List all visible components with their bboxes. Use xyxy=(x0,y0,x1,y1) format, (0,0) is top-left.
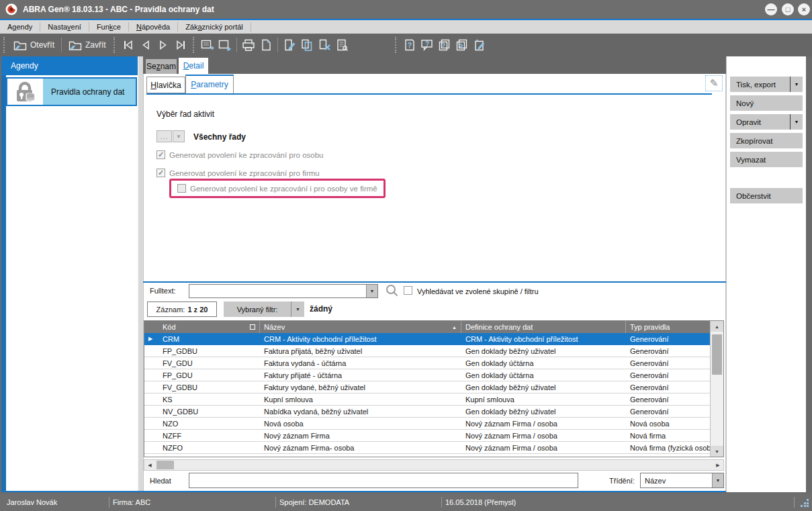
sidebar-item-pravidla-ochrany-dat[interactable]: Pravidla ochrany dat xyxy=(6,77,137,106)
series-picker-dropdown[interactable]: ▼ xyxy=(173,130,185,142)
svg-text:?: ? xyxy=(441,42,445,50)
checkbox-generate-company[interactable]: ✓ Generovat povolení ke zpracování pro f… xyxy=(156,169,320,177)
vertical-scrollbar[interactable]: ▲ ▼ xyxy=(710,321,723,457)
checkbox-checked-icon: ✓ xyxy=(156,150,165,159)
delete-record-button[interactable] xyxy=(316,36,333,54)
column-options-icon[interactable] xyxy=(250,324,255,330)
first-record-button[interactable] xyxy=(120,36,137,54)
related-help-button[interactable] xyxy=(453,36,471,54)
menu-nastaveni[interactable]: Nastavení xyxy=(40,20,89,34)
document-list-button[interactable] xyxy=(333,36,351,54)
toolbar-grip[interactable] xyxy=(3,37,6,53)
bottom-accent-line xyxy=(1,491,806,492)
opravit-button[interactable]: Opravit ▼ xyxy=(730,114,803,130)
scroll-up-icon[interactable]: ▲ xyxy=(711,321,723,332)
agenda-help-button[interactable]: ? xyxy=(436,36,453,54)
tisk-export-dropdown-icon[interactable]: ▼ xyxy=(790,77,803,92)
copy-record-button[interactable] xyxy=(298,36,316,54)
tab-hlavicka[interactable]: Hlavička xyxy=(146,77,185,93)
notes-button[interactable] xyxy=(471,36,488,54)
context-help-button[interactable]: ? xyxy=(418,36,436,54)
table-row[interactable]: FP_GDUFaktury přijaté - účtárnaGen dokla… xyxy=(144,369,710,381)
toolbar-grip[interactable] xyxy=(395,37,398,53)
horizontal-scrollbar[interactable]: ◀ ▶ xyxy=(144,459,724,471)
tab-seznam[interactable]: Seznam xyxy=(146,59,177,74)
fulltext-input[interactable] xyxy=(189,285,366,297)
detach-window-button[interactable] xyxy=(216,36,234,54)
vymazat-button[interactable]: Vymazat xyxy=(730,152,803,167)
next-record-button[interactable] xyxy=(154,36,172,54)
checkbox-label: Generovat povolení ke zpracování pro fir… xyxy=(169,169,320,177)
opravit-dropdown-icon[interactable]: ▼ xyxy=(790,114,803,130)
obcerstvit-button[interactable]: Občerstvit xyxy=(730,188,803,203)
selected-filter-dropdown-icon[interactable]: ▼ xyxy=(291,301,304,317)
toolbar-grip[interactable] xyxy=(114,37,116,53)
horizontal-scroll-thumb[interactable] xyxy=(156,461,174,469)
trideni-dropdown-icon[interactable]: ▼ xyxy=(712,473,723,487)
scroll-right-icon[interactable]: ▶ xyxy=(713,460,723,470)
print-button[interactable] xyxy=(240,36,257,54)
hledat-input[interactable] xyxy=(189,473,578,488)
checkbox-generate-person[interactable]: ✓ Generovat povolení ke zpracování pro o… xyxy=(156,150,324,159)
trideni-dropdown[interactable]: Název ▼ xyxy=(640,473,724,488)
column-header-nazev[interactable]: Název▲ xyxy=(260,321,461,333)
main-tabstrip xyxy=(143,56,726,74)
fulltext-dropdown-icon[interactable]: ▼ xyxy=(366,285,377,297)
resize-grip[interactable] xyxy=(801,499,809,507)
menu-napoveda[interactable]: Nápověda xyxy=(129,20,177,34)
scroll-down-icon[interactable]: ▼ xyxy=(711,446,723,457)
table-row[interactable]: ▶ CRMCRM - Aktivity obchodní příležitost… xyxy=(144,333,710,345)
tab-parametry[interactable]: Parametry xyxy=(185,75,234,93)
selected-filter-button[interactable]: Vybraný filtr: xyxy=(224,301,291,317)
search-in-group-checkbox[interactable] xyxy=(404,286,412,295)
column-header-kod[interactable]: Kód xyxy=(144,321,260,333)
status-separator xyxy=(794,497,795,508)
table-row[interactable]: FP_GDBUFaktura přijatá, běžný uživatelGe… xyxy=(144,345,710,357)
maximize-button[interactable]: □ xyxy=(782,3,794,15)
table-row[interactable]: NZFONový záznam Firma- osobaNový záznam … xyxy=(144,442,710,454)
close-button[interactable]: × xyxy=(798,3,810,15)
help-button[interactable]: ? xyxy=(401,36,418,54)
blank-document-button[interactable] xyxy=(257,36,275,54)
table-row[interactable]: NZONová osobaNový záznam Firma / osobaNo… xyxy=(144,418,710,430)
novy-button[interactable]: Nový xyxy=(730,95,803,111)
search-icon[interactable] xyxy=(385,283,400,298)
table-row[interactable]: KSKupní smlouvaKupní smlouvaGenerování xyxy=(144,393,710,406)
scroll-left-icon[interactable]: ◀ xyxy=(144,460,155,470)
edit-record-button[interactable] xyxy=(281,36,298,54)
record-counter: Záznam: 1 z 20 xyxy=(147,301,217,317)
trideni-value: Název xyxy=(641,477,712,485)
series-picker-button[interactable]: ... xyxy=(156,130,172,142)
table-row[interactable]: FV_GDUFaktura vydaná - účtárnaGen doklad… xyxy=(144,357,710,369)
column-header-definice[interactable]: Definice ochrany dat xyxy=(461,321,626,333)
fulltext-label: Fulltext: xyxy=(150,287,176,295)
column-header-typ[interactable]: Typ pravidla xyxy=(626,321,710,333)
menu-agendy[interactable]: Agendy xyxy=(0,20,40,34)
toolbar-grip[interactable] xyxy=(193,37,195,53)
sidebar-splitter[interactable] xyxy=(138,56,143,492)
trideni-label: Třídění: xyxy=(609,477,635,485)
open-agenda-button[interactable]: Otevřít xyxy=(9,38,58,53)
menu-zakaznicky-portal[interactable]: Zákaznický portál xyxy=(178,20,251,34)
layout-edit-pencil-icon[interactable]: ✎ xyxy=(705,75,723,91)
last-record-button[interactable] xyxy=(172,36,189,54)
toolbar-separator xyxy=(61,38,62,52)
close-agenda-button[interactable]: Zavřít xyxy=(64,38,110,53)
table-row[interactable]: FV_GDBUFaktury vydané, běžný uživatelGen… xyxy=(144,381,710,393)
vertical-scroll-thumb[interactable] xyxy=(712,334,722,375)
tisk-export-button[interactable]: Tisk, export ▼ xyxy=(730,77,803,92)
menu-funkce[interactable]: Funkce xyxy=(89,20,128,34)
zkopirovat-button[interactable]: Zkopírovat xyxy=(730,133,803,148)
attach-window-button[interactable] xyxy=(199,36,216,54)
tab-detail[interactable]: Detail xyxy=(179,58,208,74)
minimize-button[interactable]: — xyxy=(765,3,777,15)
table-header: Kód Název▲ Definice ochrany dat Typ prav… xyxy=(144,321,723,333)
table-row[interactable]: NZFFNový záznam FirmaNový záznam Firma /… xyxy=(144,430,710,442)
svg-text:?: ? xyxy=(407,41,412,49)
status-user: Jaroslav Novák xyxy=(7,494,57,511)
checkbox-unchecked-icon[interactable] xyxy=(177,184,186,193)
previous-record-button[interactable] xyxy=(137,36,154,54)
status-firma: Firma: ABC xyxy=(113,494,150,511)
hand-icon xyxy=(26,93,35,101)
table-row[interactable]: NV_GDBUNabídka vydaná, běžný uživatelGen… xyxy=(144,406,710,418)
